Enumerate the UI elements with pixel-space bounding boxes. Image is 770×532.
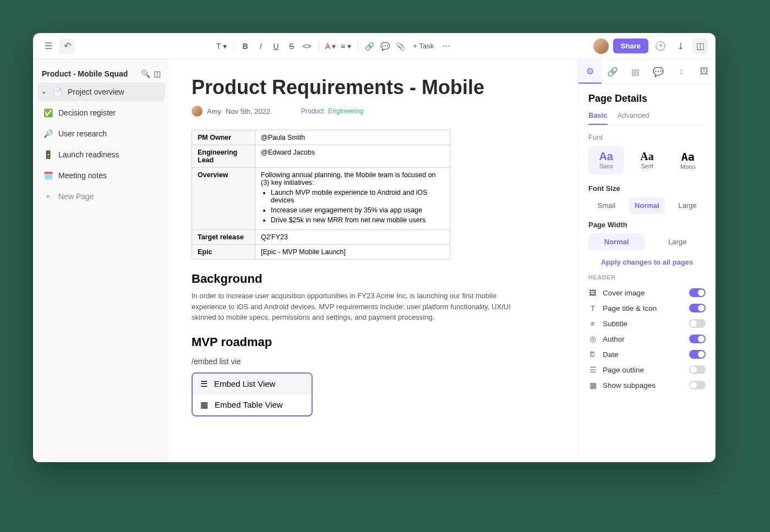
code-button[interactable]: <> <box>300 39 314 53</box>
bold-button[interactable]: B <box>238 39 253 53</box>
sidebar-item-label: User research <box>58 129 107 138</box>
toggle-switch[interactable] <box>689 365 706 374</box>
divider <box>319 41 319 51</box>
toggle-icon: ◎ <box>588 334 597 343</box>
font-size-small[interactable]: Small <box>588 197 625 214</box>
sidebar-item-meeting-notes[interactable]: 🗓️ Meeting notes <box>37 166 165 185</box>
check-icon: ✅ <box>43 108 53 118</box>
sidebar-item-label: Decision register <box>58 108 116 117</box>
more-button[interactable]: ⋯ <box>439 39 454 53</box>
panel-tab-relations[interactable]: 🔗 <box>602 59 625 84</box>
background-heading[interactable]: Background <box>192 272 556 286</box>
panel-tab-sort[interactable]: ↕ <box>670 59 693 84</box>
panel-tab-comments[interactable]: 💬 <box>647 59 670 84</box>
table-row: PM Owner@Paula Smith <box>192 130 450 145</box>
overview-bullet: Drive $25k in new MRR from net new mobil… <box>271 216 444 224</box>
align-dropdown[interactable]: ≡ ▾ <box>339 39 353 53</box>
calendar-icon: 🗓️ <box>43 171 53 180</box>
text-style-dropdown[interactable]: T ▾ <box>215 39 229 53</box>
subtab-advanced[interactable]: Advanced <box>618 111 649 125</box>
space-title: Product - Mobile Squad 🔍 ◫ <box>37 67 165 80</box>
toggle-show-subpages: ▦Show subpages <box>588 377 706 393</box>
space-title-label: Product - Mobile Squad <box>42 69 128 78</box>
toggle-switch[interactable] <box>689 319 706 328</box>
toggle-author: ◎Author <box>588 331 706 347</box>
new-page-button[interactable]: ＋ New Page <box>37 187 165 206</box>
italic-button[interactable]: I <box>254 39 268 53</box>
toggle-icon: ≡ <box>588 320 597 328</box>
roadmap-heading[interactable]: MVP roadmap <box>192 335 556 349</box>
tag-engineering[interactable]: Engineering <box>328 107 363 115</box>
subtab-basic[interactable]: Basic <box>588 111 608 125</box>
apply-changes-button[interactable]: Apply changes to all pages <box>588 258 706 266</box>
embed-menu: ☰ Embed List View ▦ Embed Table View <box>192 372 313 416</box>
tag-product[interactable]: Product <box>301 107 324 115</box>
toggle-switch[interactable] <box>689 334 706 343</box>
toggle-switch[interactable] <box>689 304 706 312</box>
document-content[interactable]: Product Requirements - Mobile Amy Nov 5t… <box>170 59 578 462</box>
table-row: Target releaseQ2'FY23 <box>192 230 450 245</box>
embed-table-view-option[interactable]: ▦ Embed Table View <box>193 394 312 415</box>
toggle-page-title-icon: TPage title & Icon <box>588 300 706 316</box>
share-button[interactable]: Share <box>613 39 648 53</box>
requirements-table[interactable]: PM Owner@Paula Smith Engineering Lead@Ed… <box>192 130 450 260</box>
download-icon[interactable]: ⤓ <box>673 39 688 54</box>
panel-tab-settings[interactable]: ⚙ <box>578 59 602 84</box>
text-color-dropdown[interactable]: A ▾ <box>324 39 338 53</box>
toggle-switch[interactable] <box>689 350 706 359</box>
page-width-large[interactable]: Large <box>649 233 706 250</box>
page-details-panel: ⚙ 🔗 ▤ 💬 ↕ 🖼 Page Details Basic Advanced … <box>578 59 716 462</box>
toggle-icon: ▦ <box>588 381 597 390</box>
embed-item-label: Embed List View <box>214 379 275 388</box>
slash-command-text[interactable]: /embed list vie <box>192 357 556 366</box>
table-icon: ▦ <box>200 400 208 410</box>
sidebar-item-label: Launch readiness <box>58 150 119 159</box>
sidebar-item-launch-readiness[interactable]: 🚦 Launch readiness <box>37 145 165 164</box>
embed-list-view-option[interactable]: ☰ Embed List View <box>193 374 312 394</box>
list-icon: ☰ <box>200 379 207 389</box>
sidebar-settings-icon[interactable]: ◫ <box>154 69 161 78</box>
toggle-panel-icon[interactable]: ◫ <box>692 39 708 54</box>
table-row: Overview Following annual planning, the … <box>192 168 450 230</box>
background-body[interactable]: In order to increase user acquisition op… <box>192 290 511 323</box>
sidebar-item-decision-register[interactable]: ✅ Decision register <box>37 103 165 122</box>
strikethrough-button[interactable]: S <box>285 39 299 53</box>
attach-button[interactable]: 📎 <box>394 39 408 53</box>
comment-button[interactable]: 💬 <box>378 39 392 53</box>
app-window: ☰ ↶ T ▾ B I U S <> A ▾ ≡ ▾ 🔗 💬 📎 + Task … <box>33 33 716 462</box>
add-task-button[interactable]: + Task <box>409 39 439 53</box>
toggle-icon: 🖼 <box>588 289 597 297</box>
link-button[interactable]: 🔗 <box>363 39 377 53</box>
embed-item-label: Embed Table View <box>215 400 283 409</box>
toggle-switch[interactable] <box>689 381 706 390</box>
toggle-label: Date <box>603 350 619 359</box>
plus-icon: ＋ <box>43 191 53 201</box>
author-name: Amy <box>207 107 221 116</box>
author-avatar <box>192 106 203 117</box>
font-size-normal[interactable]: Normal <box>629 197 665 214</box>
font-option-mono[interactable]: AaMono <box>670 146 706 174</box>
font-option-serif[interactable]: AaSerif <box>629 146 664 174</box>
history-icon[interactable]: 🕑 <box>653 39 668 54</box>
panel-title: Page Details <box>588 93 706 105</box>
current-user-avatar[interactable] <box>593 39 609 54</box>
undo-button[interactable]: ↶ <box>59 39 75 54</box>
toggle-switch[interactable] <box>689 288 706 297</box>
page-icon: 📄 <box>52 87 62 97</box>
page-title[interactable]: Product Requirements - Mobile <box>192 76 556 99</box>
font-size-large[interactable]: Large <box>669 197 706 214</box>
page-byline: Amy Nov 5th, 2022 Product Engineering <box>192 106 556 117</box>
sidebar-item-project-overview[interactable]: ▸ 📄 Project overview <box>37 83 165 101</box>
search-icon[interactable]: 🔍 <box>141 69 150 78</box>
menu-icon[interactable]: ☰ <box>41 39 56 54</box>
panel-tab-layout[interactable]: ▤ <box>624 59 647 84</box>
underline-button[interactable]: U <box>269 39 283 53</box>
sidebar-item-user-research[interactable]: 🔎 User research <box>37 124 165 143</box>
page-width-normal[interactable]: Normal <box>588 233 645 250</box>
font-option-sans[interactable]: AaSans <box>588 146 624 174</box>
toggle-cover-image: 🖼Cover image <box>588 285 706 300</box>
toggle-page-outline: ☰Page outline <box>588 362 706 377</box>
toggle-icon: T <box>588 304 597 312</box>
toggle-label: Author <box>603 335 625 343</box>
panel-tab-image[interactable]: 🖼 <box>693 59 716 84</box>
